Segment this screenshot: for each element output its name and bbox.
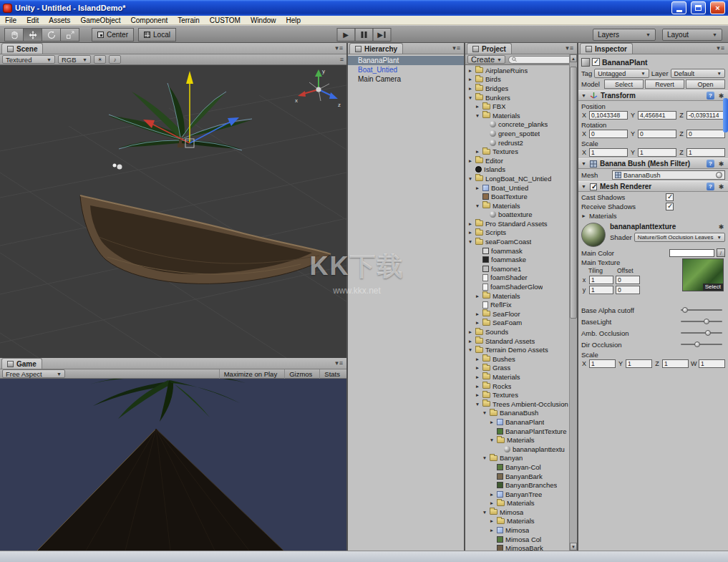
boat-mesh[interactable] — [80, 195, 331, 284]
panel-menu-icon[interactable]: ▾≡ — [566, 44, 574, 52]
project-item[interactable]: ▼BananaBush — [465, 409, 569, 418]
menu-assets[interactable]: Assets — [44, 16, 75, 25]
move-tool-button[interactable] — [23, 28, 42, 42]
search-input[interactable] — [518, 56, 571, 63]
material-scale-z-field[interactable]: 1 — [662, 359, 689, 368]
scrollbar-track[interactable] — [570, 62, 577, 543]
foldout-closed-icon[interactable]: ► — [475, 392, 480, 397]
menu-window[interactable]: Window — [246, 16, 281, 25]
project-item[interactable]: BoatTexture — [465, 192, 569, 201]
gear-icon[interactable]: ✱ — [717, 223, 725, 231]
position-x-field[interactable]: 0,1043348 — [589, 111, 628, 120]
draw-mode-dropdown[interactable]: Textured▼ — [2, 55, 55, 64]
project-item[interactable]: Islands — [465, 165, 569, 175]
foldout-closed-icon[interactable]: ► — [467, 221, 473, 226]
project-item[interactable]: BananaPlantTexture — [465, 427, 569, 436]
project-item[interactable]: ►Sounds — [465, 327, 569, 336]
project-item[interactable]: ►BanyanTree — [465, 490, 569, 499]
foldout-open-icon[interactable]: ▼ — [467, 347, 473, 352]
foldout-closed-icon[interactable]: ► — [467, 68, 473, 73]
shader-dropdown[interactable]: Nature/Soft Occlusion Leaves▼ — [634, 233, 725, 242]
scene-audio-toggle[interactable]: ♪ — [109, 55, 121, 64]
project-item[interactable]: ►SeaFloor — [465, 309, 569, 319]
close-button[interactable]: × — [710, 1, 725, 14]
help-icon[interactable]: ? — [707, 92, 714, 100]
gear-icon[interactable]: ✱ — [717, 160, 725, 168]
slider-track[interactable] — [681, 344, 722, 345]
gizmos-button[interactable]: Gizmos — [284, 369, 316, 379]
texture-select-button[interactable]: Select — [703, 284, 723, 291]
foldout-open-icon[interactable]: ▼ — [467, 176, 473, 181]
project-item[interactable]: concrete_planks — [465, 120, 569, 130]
pivot-center-button[interactable]: Center — [92, 28, 134, 42]
scene-viewport[interactable]: x y z — [0, 65, 346, 358]
project-item[interactable]: boattexture — [465, 210, 569, 220]
material-scale-y-field[interactable]: 1 — [626, 359, 652, 368]
project-item[interactable]: ►Scripts — [465, 228, 569, 238]
aspect-dropdown[interactable]: Free Aspect▼ — [2, 369, 65, 378]
foldout-open-icon[interactable]: ▼ — [482, 410, 487, 415]
axis-orientation-gizmo[interactable]: x y z — [295, 68, 341, 108]
project-item[interactable]: ►AirplaneRuins — [465, 66, 569, 75]
project-item[interactable]: redrust2 — [465, 138, 569, 147]
material-scale-w-field[interactable]: 1 — [699, 359, 725, 368]
banana-plant-mesh[interactable] — [109, 83, 252, 150]
gear-icon[interactable]: ✱ — [717, 183, 725, 190]
foldout-open-icon[interactable]: ▼ — [489, 437, 495, 442]
project-item[interactable]: ReflFix — [465, 300, 569, 309]
foldout-closed-icon[interactable]: ► — [489, 500, 495, 505]
title-bar[interactable]: Unity - Untitled - IslandDemo* × — [0, 0, 728, 16]
foldout-closed-icon[interactable]: ► — [475, 311, 480, 316]
project-item[interactable]: ►Materials — [465, 499, 569, 508]
project-item[interactable]: foamShader — [465, 273, 569, 283]
play-button[interactable]: ▶ — [336, 28, 355, 42]
stats-button[interactable]: Stats — [319, 369, 344, 379]
foldout-open-icon[interactable]: ▼ — [482, 455, 487, 460]
hierarchy-item[interactable]: BananaPlant — [348, 56, 464, 65]
slider-knob[interactable] — [704, 319, 709, 324]
main-color-swatch[interactable] — [669, 249, 714, 257]
project-item[interactable]: ►Textures — [465, 147, 569, 156]
project-item[interactable]: ►Materials — [465, 291, 569, 301]
main-texture-preview[interactable]: Select — [682, 258, 724, 291]
transform-component-header[interactable]: ▼ Transform ? ✱ — [578, 90, 728, 101]
foldout-closed-icon[interactable]: ► — [489, 420, 495, 425]
project-item[interactable]: BanyanBark — [465, 472, 569, 481]
hand-tool-button[interactable] — [4, 28, 24, 42]
tab-game[interactable]: Game — [1, 358, 42, 369]
foldout-closed-icon[interactable]: ► — [475, 365, 480, 370]
model-select-button[interactable]: Select — [604, 79, 644, 89]
project-item[interactable]: ►Bridges — [465, 84, 569, 93]
foldout-open-icon[interactable]: ▼ — [475, 113, 480, 118]
material-scale-x-field[interactable]: 1 — [589, 359, 616, 368]
project-item[interactable]: ►Mimosa — [465, 525, 569, 535]
slider-track[interactable] — [681, 332, 722, 334]
project-item[interactable]: MimosaBark — [465, 543, 569, 551]
foldout-closed-icon[interactable]: ► — [475, 357, 480, 362]
layout-dropdown[interactable]: Layout▼ — [662, 29, 722, 41]
foldout-open-icon[interactable]: ▼ — [467, 239, 473, 244]
scroll-down-button[interactable]: ▼ — [570, 543, 577, 551]
help-icon[interactable]: ? — [707, 160, 714, 168]
rotation-x-field[interactable]: 0 — [589, 130, 628, 138]
material-preview-sphere[interactable] — [581, 223, 606, 247]
project-item[interactable]: ►Rocks — [465, 382, 569, 391]
project-item[interactable]: ▼seaFoamCoast — [465, 237, 569, 246]
project-item[interactable]: ►Materials — [465, 517, 569, 526]
project-item[interactable]: ▼Mimosa — [465, 508, 569, 517]
foldout-closed-icon[interactable]: ► — [475, 294, 480, 299]
foldout-open-icon[interactable]: ▼ — [482, 510, 487, 515]
project-item[interactable]: ▼Banyan — [465, 454, 569, 463]
rotation-z-field[interactable]: 0 — [686, 130, 725, 138]
hierarchy-item[interactable]: Boat_Untied — [348, 65, 464, 74]
project-item[interactable]: Banyan-Col — [465, 462, 569, 472]
foldout-closed-icon[interactable]: ► — [475, 185, 480, 190]
scale-tool-button[interactable] — [60, 28, 79, 42]
scrollbar-thumb[interactable] — [570, 67, 577, 319]
tab-hierarchy[interactable]: Hierarchy — [349, 43, 403, 54]
minimize-button[interactable] — [671, 1, 686, 14]
project-item[interactable]: ►Birds — [465, 75, 569, 84]
project-item[interactable]: ►Pro Standard Assets — [465, 219, 569, 228]
menu-component[interactable]: Component — [126, 16, 173, 25]
foldout-closed-icon[interactable]: ► — [475, 149, 480, 154]
